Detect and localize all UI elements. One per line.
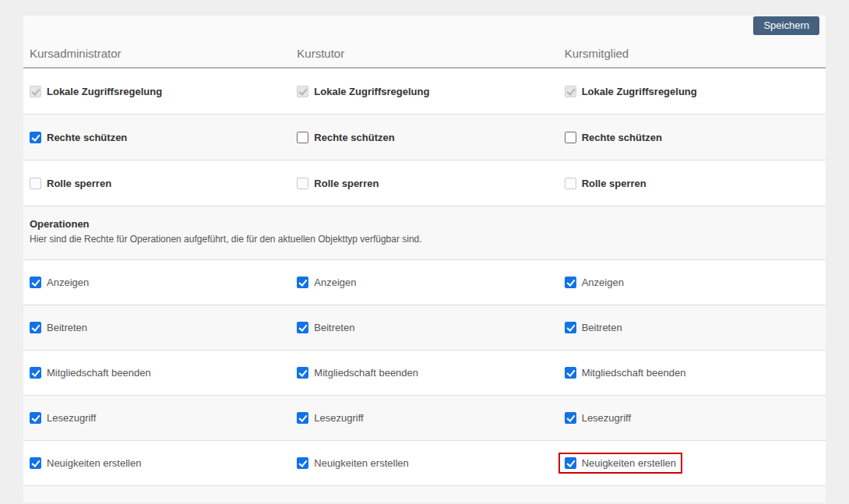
permission-cell: Anzeigen [23, 277, 291, 288]
checkbox-rolle-sperren [565, 178, 576, 189]
permission-cell: Lokale Zugriffsregelung [291, 86, 558, 97]
permission-label: Anzeigen [314, 277, 356, 288]
checkbox-rechte-sch-tzen[interactable] [30, 132, 41, 143]
permission-label: Rechte schützen [314, 132, 394, 143]
checkbox-mitgliedschaft-beenden[interactable] [565, 367, 576, 379]
checkbox-rechte-sch-tzen[interactable] [565, 132, 576, 143]
panel-header: Speichern Kursadministrator Kurstutor Ku… [23, 16, 826, 69]
permission-cell: Beitreten [23, 322, 291, 333]
checkbox-anzeigen[interactable] [30, 277, 41, 288]
permission-label: Lokale Zugriffsregelung [47, 86, 162, 97]
permission-row-lesezugriff: LesezugriffLesezugriffLesezugriff [23, 396, 826, 441]
permission-label: Anzeigen [47, 277, 89, 288]
checkbox-anzeigen[interactable] [297, 277, 308, 288]
permission-row-mitgliedschaft-beenden: Mitgliedschaft beendenMitgliedschaft bee… [23, 351, 826, 396]
save-button[interactable]: Speichern [753, 16, 819, 35]
permission-label: Lokale Zugriffsregelung [582, 86, 697, 97]
checkbox-lokale-zugriffsregelung [297, 86, 308, 97]
permission-cell: Neuigkeiten erstellen [558, 453, 826, 474]
permission-cell: Anzeigen [558, 277, 826, 288]
permission-row-lokale-zugriffsregelung: Lokale ZugriffsregelungLokale Zugriffsre… [23, 69, 826, 115]
checkbox-neuigkeiten-erstellen[interactable] [297, 457, 308, 469]
next-section-partial-row [23, 486, 826, 502]
checkbox-beitreten[interactable] [30, 322, 41, 333]
permission-label: Rolle sperren [582, 178, 646, 189]
checkbox-mitgliedschaft-beenden[interactable] [30, 367, 41, 379]
checkbox-mitgliedschaft-beenden[interactable] [297, 367, 308, 379]
permission-cell: Rolle sperren [558, 178, 826, 189]
permission-label: Beitreten [47, 322, 87, 333]
permission-cell: Anzeigen [291, 277, 558, 288]
permission-label: Neuigkeiten erstellen [314, 457, 408, 469]
highlight-box: Neuigkeiten erstellen [558, 453, 682, 474]
operations-section-header: Operationen Hier sind die Rechte für Ope… [23, 206, 826, 260]
permission-cell: Mitgliedschaft beenden [23, 367, 291, 379]
permission-label: Rechte schützen [47, 132, 127, 143]
permission-cell: Beitreten [558, 322, 826, 333]
permission-label: Lesezugriff [582, 412, 631, 424]
permission-cell: Lesezugriff [23, 412, 291, 424]
checkbox-lokale-zugriffsregelung [565, 86, 576, 97]
column-header-row: Kursadministrator Kurstutor Kursmitglied [23, 47, 826, 60]
permission-row-rechte-sch-tzen: Rechte schützenRechte schützenRechte sch… [23, 115, 826, 160]
checkbox-lokale-zugriffsregelung [30, 86, 41, 97]
column-header-kurstutor: Kurstutor [291, 47, 558, 60]
permission-cell: Rechte schützen [291, 132, 558, 143]
column-header-kursmitglied: Kursmitglied [558, 47, 826, 60]
checkbox-anzeigen[interactable] [565, 277, 576, 288]
checkbox-lesezugriff[interactable] [30, 412, 41, 424]
checkbox-neuigkeiten-erstellen[interactable] [565, 457, 576, 469]
permission-cell: Lesezugriff [291, 412, 558, 424]
permission-label: Mitgliedschaft beenden [314, 367, 418, 379]
permission-cell: Neuigkeiten erstellen [291, 457, 558, 469]
permission-label: Lesezugriff [47, 412, 96, 424]
column-header-kursadministrator: Kursadministrator [23, 47, 291, 60]
permission-cell: Neuigkeiten erstellen [23, 457, 291, 469]
permission-cell: Mitgliedschaft beenden [291, 367, 558, 379]
permission-cell: Lokale Zugriffsregelung [558, 86, 826, 97]
permission-label: Neuigkeiten erstellen [582, 457, 676, 469]
flag-rows-container: Lokale ZugriffsregelungLokale Zugriffsre… [23, 69, 826, 206]
permission-label: Rolle sperren [47, 178, 111, 189]
checkbox-neuigkeiten-erstellen[interactable] [30, 457, 41, 469]
operation-rows-container: AnzeigenAnzeigenAnzeigenBeitretenBeitret… [23, 260, 826, 486]
permission-cell: Rechte schützen [23, 132, 291, 143]
permission-cell: Mitgliedschaft beenden [558, 367, 826, 379]
permission-cell: Rolle sperren [23, 178, 291, 189]
permission-label: Mitgliedschaft beenden [47, 367, 151, 379]
permission-label: Rolle sperren [314, 178, 379, 189]
checkbox-rolle-sperren [30, 178, 41, 189]
permission-cell: Lokale Zugriffsregelung [23, 86, 291, 97]
checkbox-beitreten[interactable] [297, 322, 308, 333]
permission-label: Rechte schützen [582, 132, 662, 143]
permission-row-rolle-sperren: Rolle sperrenRolle sperrenRolle sperren [23, 160, 826, 206]
checkbox-beitreten[interactable] [565, 322, 576, 333]
permissions-panel: Speichern Kursadministrator Kurstutor Ku… [23, 16, 826, 502]
permission-label: Anzeigen [582, 277, 624, 288]
operations-section-description: Hier sind die Rechte für Operationen auf… [30, 234, 819, 245]
checkbox-lesezugriff[interactable] [297, 412, 308, 424]
permission-label: Beitreten [314, 322, 354, 333]
permission-label: Beitreten [582, 322, 622, 333]
permission-cell: Beitreten [291, 322, 558, 333]
permission-label: Mitgliedschaft beenden [582, 367, 686, 379]
operations-section-title: Operationen [30, 218, 819, 230]
permission-label: Lesezugriff [314, 412, 363, 424]
checkbox-rolle-sperren [297, 178, 308, 189]
permission-label: Neuigkeiten erstellen [47, 457, 141, 469]
permission-cell: Rolle sperren [291, 178, 558, 189]
permission-label: Lokale Zugriffsregelung [314, 86, 429, 97]
checkbox-lesezugriff[interactable] [565, 412, 576, 424]
permission-cell: Rechte schützen [558, 132, 826, 143]
permission-row-anzeigen: AnzeigenAnzeigenAnzeigen [23, 260, 826, 305]
permission-cell: Lesezugriff [558, 412, 826, 424]
checkbox-rechte-sch-tzen[interactable] [297, 132, 308, 143]
permission-row-neuigkeiten-erstellen: Neuigkeiten erstellenNeuigkeiten erstell… [23, 441, 826, 486]
permission-row-beitreten: BeitretenBeitretenBeitreten [23, 305, 826, 351]
